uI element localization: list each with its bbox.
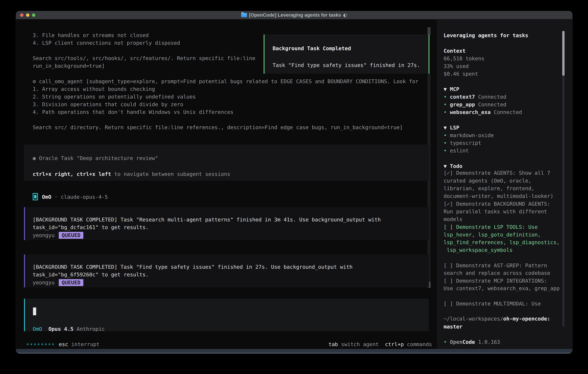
todo-line-active: lsp_hover, lsp_goto_definition, <box>444 231 541 239</box>
context-used: 33% used <box>444 62 469 70</box>
ctrlp-shortcut-label: commands <box>404 341 432 348</box>
moon-icon: ◐ <box>343 12 347 18</box>
tool-call-line: 2. String operations on potentially unde… <box>33 93 196 101</box>
window-title: [OpenCode] Leveraging agents for tasks <box>249 12 341 18</box>
ctrlp-shortcut: ctrl+p <box>385 341 404 348</box>
todo-line-done: models <box>444 215 462 223</box>
background-task-toast: Background Task Completed Task "Find typ… <box>264 34 430 74</box>
task-message-line: task_id="bg_dcfac161" to get results. <box>33 223 149 231</box>
todo-line-done: Run parallel tasks with different <box>444 208 547 215</box>
version-number: 1.0.163 <box>475 339 500 345</box>
oracle-task-box: ◉ Oracle Task "Deep architecture review"… <box>24 145 429 181</box>
window-bottom-edge <box>16 349 572 353</box>
tool-call-line: ⚙ call_omo_agent [subagent_type=explore,… <box>33 78 419 85</box>
todo-line-done: curated agents (OmO, oracle, <box>444 177 531 185</box>
todo-line-pending: [ ] Demonstrate MCP INTEGRATIONS: <box>444 277 547 285</box>
input-provider-name: Anthropic <box>76 326 105 332</box>
agent-header: OmO · claude-opus-4-5 <box>42 193 108 201</box>
agent-model: claude-opus-4-5 <box>61 194 108 200</box>
tool-call-line: Search src/ directory. Return specific f… <box>33 124 403 131</box>
mcp-item: • grep_app Connected <box>444 101 506 108</box>
main-scrollbar-thumb-top[interactable] <box>427 27 430 35</box>
model-row: OmO Opus 4.5 Anthropic <box>33 325 105 333</box>
tab-shortcut: tab <box>329 341 338 348</box>
text-cursor <box>33 307 36 315</box>
app-window: [OpenCode] Leveraging agents for tasks ◐… <box>16 11 572 353</box>
brand-code: Code <box>462 339 475 345</box>
chat-line: 4. LSP client connections not properly d… <box>33 39 180 47</box>
todo-line-done: document-writer, multimodal-looker) <box>444 192 553 200</box>
todo-section-header[interactable]: ▼ Todo <box>444 162 462 170</box>
oracle-task-hint: ctrl+x right, ctrl+x left to navigate be… <box>33 170 230 178</box>
task-message-line: task_id="bg_6f59260c" to get results. <box>33 271 149 278</box>
input-model-name[interactable]: Opus 4.5 <box>48 326 73 332</box>
todo-line-pending: Use context7, websearch_exa, grep_app <box>444 284 560 292</box>
context-tokens: 66,518 tokens <box>444 55 484 62</box>
lsp-item: • markdown-oxide <box>444 132 494 139</box>
status-badge: QUEUED <box>59 279 83 286</box>
version-row: • OpenCode 1.0.163 <box>444 338 500 346</box>
window-title-group: [OpenCode] Leveraging agents for tasks ◐ <box>16 11 572 19</box>
toast-body: Task "Find type safety issues" finished … <box>273 61 420 69</box>
todo-line-done: [✓] Demonstrate AGENTS: Show all 7 <box>444 169 550 177</box>
agent-name: OmO <box>42 194 51 200</box>
status-dot-icon: • <box>444 102 450 107</box>
chat-line: Search src/tools/, src/hooks/, src/featu… <box>33 54 255 62</box>
chat-line: 3. File handles or streams not closed <box>33 31 149 39</box>
task-message-line: [BACKGROUND TASK COMPLETED] Task "Find t… <box>33 263 353 271</box>
todo-line-active: lsp_find_references, lsp_diagnostics, <box>444 239 560 246</box>
context-heading: Context <box>444 47 466 55</box>
sidebar-scrollbar-thumb[interactable] <box>562 31 565 75</box>
todo-line-done: librarian, explore, frontend, <box>444 185 535 192</box>
status-dot-icon: • <box>444 109 450 115</box>
status-dot-icon: • <box>444 94 450 100</box>
todo-line-pending: [ ] Demonstrate MULTIMODAL: Use <box>444 300 541 307</box>
status-dot-icon: • <box>444 140 450 146</box>
todo-line-pending: [ ] Demonstrate AST-GREP: Pattern <box>444 262 547 269</box>
agent-icon <box>33 193 38 200</box>
todo-line-active: [ ] Demonstrate LSP TOOLS: Use <box>444 223 538 231</box>
session-sidebar: Leveraging agents for tasks Context 66,5… <box>437 19 572 349</box>
window-titlebar[interactable]: [OpenCode] Leveraging agents for tasks ◐ <box>16 11 572 19</box>
status-bar: esc interrupt tab switch agent ctrl+p co… <box>27 341 432 348</box>
sidebar-scrollbar-track[interactable] <box>562 75 565 327</box>
mcp-section-header[interactable]: ▼ MCP <box>444 85 459 93</box>
todo-line-active: lsp_workspace_symbols <box>444 246 513 254</box>
context-spent: $0.46 spent <box>444 70 478 78</box>
session-title: Leveraging agents for tasks <box>444 31 528 39</box>
esc-shortcut: esc <box>59 341 68 348</box>
workspace-path: ~/local-workspaces/oh-my-opencode: <box>444 315 550 322</box>
todo-line-pending: search and replace across codebase <box>444 269 550 277</box>
status-dot-icon: • <box>444 339 450 345</box>
lsp-item: • typescript <box>444 139 481 147</box>
oracle-hint-keys: ctrl+x right, ctrl+x left <box>33 171 111 177</box>
tab-shortcut-label: switch agent <box>338 341 379 348</box>
chat-line: run_in_background=true] <box>33 62 105 70</box>
lsp-item: • eslint <box>444 147 469 155</box>
toast-title: Background Task Completed <box>273 44 351 52</box>
brand-open: Open <box>450 339 462 345</box>
oracle-hint-text: to navigate between subagent sessions <box>111 171 230 177</box>
mcp-item: • websearch_exa Connected <box>444 108 522 116</box>
mcp-item: • context7 Connected <box>444 93 506 101</box>
input-agent-name[interactable]: OmO <box>33 326 42 332</box>
lsp-section-header[interactable]: ▼ LSP <box>444 124 459 132</box>
spinner-icon <box>27 343 54 345</box>
esc-shortcut-label: interrupt <box>68 341 100 348</box>
oracle-task-title: ◉ Oracle Task "Deep architecture review" <box>33 154 158 162</box>
tool-call-line: 4. Path operations that don't handle Win… <box>33 108 233 116</box>
todo-line-done: [✓] Demonstrate BACKGROUND AGENTS: <box>444 200 550 208</box>
status-dot-icon: • <box>444 148 450 154</box>
task-message-user: yeongyu <box>33 279 55 286</box>
tool-call-line: 3. Division operations that could divide… <box>33 101 183 108</box>
tool-call-line: 1. Array access without bounds checking <box>33 85 155 93</box>
workspace-branch: master <box>444 323 462 331</box>
task-message-user: yeongyu <box>33 231 55 239</box>
status-dot-icon: • <box>444 132 450 138</box>
status-badge: QUEUED <box>59 232 83 239</box>
folder-icon <box>241 13 247 17</box>
task-message-line: [BACKGROUND TASK COMPLETED] Task "Resear… <box>33 216 381 223</box>
agent-separator: · <box>54 194 58 200</box>
